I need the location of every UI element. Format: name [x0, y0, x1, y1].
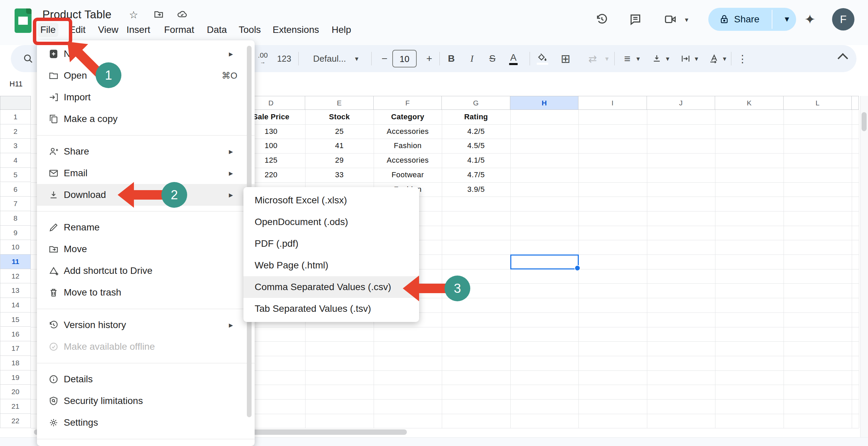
menubar-item-view[interactable]: View — [95, 23, 121, 37]
number-format-button[interactable]: 123 — [277, 54, 291, 64]
cloud-status-icon[interactable] — [176, 9, 188, 21]
font-size-input[interactable]: 10 — [392, 50, 417, 67]
column-header-H[interactable]: H — [510, 96, 578, 110]
file-menu-item-open[interactable]: Open⌘O — [37, 65, 255, 86]
select-all-corner[interactable] — [0, 96, 31, 110]
decrease-font-size-button[interactable]: − — [381, 53, 388, 64]
cell-E5[interactable]: 33 — [305, 168, 374, 182]
horizontal-align-button[interactable]: ≡ — [624, 53, 631, 65]
cell-G3[interactable]: 4.5/5 — [442, 139, 510, 153]
file-menu-item-make-a-copy[interactable]: Make a copy — [37, 108, 255, 130]
file-menu-item-rename[interactable]: Rename — [37, 217, 255, 238]
account-avatar[interactable]: F — [832, 8, 854, 31]
row-header-6[interactable]: 6 — [0, 182, 31, 197]
cell-G5[interactable]: 4.7/5 — [442, 168, 510, 182]
file-menu-item-move-to-trash[interactable]: Move to trash — [37, 282, 255, 303]
file-menu-item-settings[interactable]: Settings — [37, 412, 255, 433]
horizontal-align-caret-icon[interactable]: ▾ — [636, 55, 640, 63]
text-color-button[interactable]: A — [509, 52, 518, 65]
column-header-partial[interactable] — [852, 96, 859, 110]
font-family-select[interactable]: Defaul... — [313, 54, 346, 64]
file-menu-item-make-available-offline[interactable]: Make available offline — [37, 336, 255, 358]
column-header-G[interactable]: G — [442, 96, 510, 110]
row-header-20[interactable]: 20 — [0, 385, 31, 399]
file-menu-item-email[interactable]: Email▸ — [37, 162, 255, 184]
cell-F1[interactable]: Category — [374, 110, 442, 124]
row-header-12[interactable]: 12 — [0, 269, 31, 284]
row-header-9[interactable]: 9 — [0, 226, 31, 240]
menubar-item-tools[interactable]: Tools — [236, 23, 263, 37]
menubar-item-extensions[interactable]: Extensions — [270, 23, 322, 37]
collapse-toolbar-button[interactable] — [833, 53, 855, 64]
more-options-button[interactable]: ⋮ — [737, 53, 748, 65]
row-header-16[interactable]: 16 — [0, 327, 31, 342]
fill-color-button[interactable] — [537, 53, 548, 65]
file-menu-item-security-limitations[interactable]: Security limitations — [37, 390, 255, 412]
row-header-3[interactable]: 3 — [0, 139, 31, 153]
cell-F4[interactable]: Accessories — [374, 153, 442, 168]
column-header-K[interactable]: K — [715, 96, 784, 110]
file-menu-item-import[interactable]: Import — [37, 86, 255, 108]
gemini-sparkle-icon[interactable]: ✦ — [804, 12, 816, 27]
cell-E1[interactable]: Stock — [305, 110, 374, 124]
column-header-L[interactable]: L — [784, 96, 852, 110]
row-header-4[interactable]: 4 — [0, 153, 31, 168]
download-option-ods[interactable]: OpenDocument (.ods) — [243, 211, 419, 233]
row-header-8[interactable]: 8 — [0, 211, 31, 226]
cell-G4[interactable]: 4.1/5 — [442, 153, 510, 168]
row-header-22[interactable]: 22 — [0, 414, 31, 428]
row-header-14[interactable]: 14 — [0, 298, 31, 312]
cell-E4[interactable]: 29 — [305, 153, 374, 168]
increase-font-size-button[interactable]: + — [426, 53, 432, 64]
row-header-11[interactable]: 11 — [0, 255, 31, 269]
file-menu-item-details[interactable]: Details — [37, 368, 255, 390]
row-header-2[interactable]: 2 — [0, 124, 31, 139]
row-header-17[interactable]: 17 — [0, 341, 31, 356]
row-header-18[interactable]: 18 — [0, 356, 31, 370]
download-option-pdf[interactable]: PDF (.pdf) — [243, 233, 419, 255]
menubar-item-insert[interactable]: Insert — [124, 23, 153, 37]
share-caret-icon[interactable]: ▼ — [780, 8, 794, 31]
row-header-5[interactable]: 5 — [0, 168, 31, 182]
file-menu-item-version-history[interactable]: Version history▸ — [37, 314, 255, 336]
menubar-item-help[interactable]: Help — [329, 23, 354, 37]
cell-G6[interactable]: 3.9/5 — [442, 182, 510, 197]
comments-icon[interactable] — [629, 13, 643, 26]
vertical-scrollbar-thumb[interactable] — [862, 112, 867, 131]
fill-handle[interactable] — [574, 265, 580, 271]
cell-E3[interactable]: 41 — [305, 139, 374, 153]
cell-F5[interactable]: Footwear — [374, 168, 442, 182]
video-call-caret-icon[interactable]: ▾ — [685, 16, 688, 24]
row-header-7[interactable]: 7 — [0, 197, 31, 211]
cell-G2[interactable]: 4.2/5 — [442, 124, 510, 139]
strikethrough-button[interactable]: S — [489, 53, 496, 64]
move-folder-icon[interactable] — [153, 9, 164, 21]
cell-E2[interactable]: 25 — [305, 124, 374, 139]
download-option-html[interactable]: Web Page (.html) — [243, 255, 419, 276]
vertical-align-caret-icon[interactable]: ▾ — [666, 55, 669, 63]
decrease-decimal-icon[interactable]: .00→ — [258, 52, 268, 65]
text-wrap-caret-icon[interactable]: ▾ — [695, 55, 698, 63]
menubar-item-data[interactable]: Data — [204, 23, 230, 37]
row-header-13[interactable]: 13 — [0, 283, 31, 298]
text-wrap-button[interactable] — [680, 54, 691, 64]
menubar-item-format[interactable]: Format — [161, 23, 197, 37]
merge-cells-button[interactable]: ⇄ — [588, 53, 597, 65]
row-header-15[interactable]: 15 — [0, 312, 31, 327]
file-menu-item-move[interactable]: Move — [37, 238, 255, 260]
vertical-align-button[interactable] — [652, 54, 662, 64]
column-header-F[interactable]: F — [374, 96, 442, 110]
column-header-J[interactable]: J — [647, 96, 715, 110]
selected-cell[interactable] — [510, 255, 579, 269]
bold-button[interactable]: B — [448, 53, 455, 64]
download-option-csv[interactable]: Comma Separated Values (.csv) — [243, 276, 419, 298]
star-icon[interactable]: ☆ — [128, 9, 139, 21]
column-header-I[interactable]: I — [578, 96, 647, 110]
cell-G1[interactable]: Rating — [442, 110, 510, 124]
borders-button[interactable]: ⊞ — [561, 52, 571, 65]
download-option-tsv[interactable]: Tab Separated Values (.tsv) — [243, 298, 419, 320]
vertical-scrollbar-track[interactable] — [860, 96, 868, 437]
text-rotation-button[interactable] — [709, 54, 719, 64]
row-header-19[interactable]: 19 — [0, 370, 31, 385]
file-menu-item-share[interactable]: Share▸ — [37, 141, 255, 162]
